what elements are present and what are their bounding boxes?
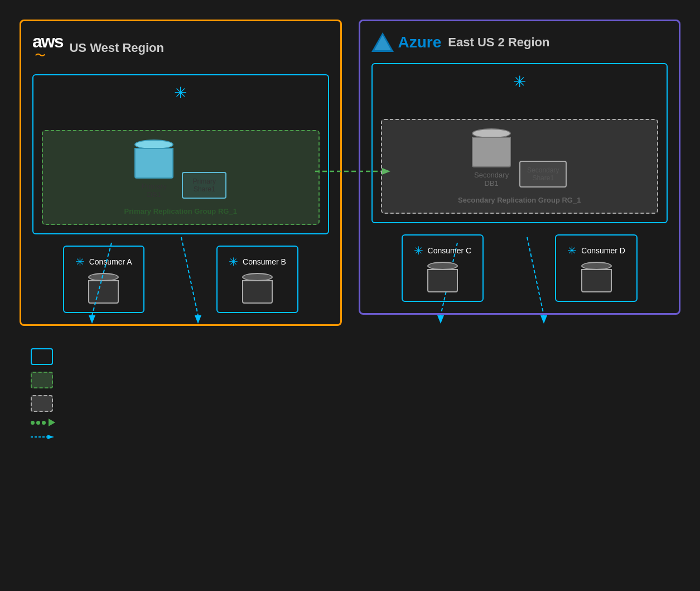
consumer-c-header: ✳ Consumer C	[414, 244, 472, 257]
azure-logo-text: Azure	[398, 33, 442, 51]
consumer-c-db	[427, 262, 458, 292]
secondary-share1-box: SecondaryShare1	[519, 161, 567, 188]
consumer-a-box: ✳ Consumer A	[63, 246, 144, 313]
azure-region-title: East US 2 Region	[448, 35, 549, 50]
aws-region-box: aws 〜 US West Region ✳	[20, 20, 342, 326]
legend-gray-box	[31, 395, 53, 412]
aws-snowflake-icon: ✳	[174, 84, 187, 102]
azure-region-box: Azure East US 2 Region ✳	[359, 20, 681, 315]
consumer-a-db-body	[88, 280, 119, 304]
legend-green-box	[31, 372, 53, 388]
secondary-share1-item: SecondaryShare1	[519, 161, 567, 188]
legend-gray-item	[31, 395, 669, 412]
azure-region-header: Azure East US 2 Region	[371, 32, 668, 52]
consumer-b-db	[242, 273, 273, 304]
aws-region-title: US West Region	[69, 41, 164, 55]
consumer-b-snowflake-icon: ✳	[229, 255, 238, 268]
secondary-db1-cylinder	[472, 128, 511, 167]
azure-consumers-row: ✳ Consumer C ✳ Consumer D	[371, 234, 668, 302]
consumer-d-label: Consumer D	[581, 246, 625, 255]
consumer-c-snowflake-icon: ✳	[414, 244, 423, 257]
dot3	[42, 421, 46, 425]
secondary-db1-body	[472, 137, 511, 167]
aws-consumers-row: ✳ Consumer A ✳ Consumer B	[32, 246, 329, 313]
consumer-d-snowflake-icon: ✳	[567, 244, 577, 257]
legend-green-arrow-item	[31, 419, 669, 426]
consumer-a-db	[88, 273, 119, 304]
primary-db1-cylinder	[134, 140, 173, 179]
azure-logo-icon	[371, 32, 394, 52]
aws-logo: aws 〜	[32, 32, 62, 63]
dot1	[31, 421, 35, 425]
consumer-d-box: ✳ Consumer D	[555, 234, 638, 302]
legend	[20, 343, 680, 446]
primary-db1-item: PrimaryDB1	[134, 140, 173, 199]
consumer-a-snowflake-icon: ✳	[75, 255, 85, 268]
consumer-a-header: ✳ Consumer A	[75, 255, 132, 268]
primary-rg-label: Primary Replication Group RG_1	[51, 207, 310, 215]
secondary-replication-group: SecondaryDB1 SecondaryShare1 Secondary R…	[381, 119, 659, 214]
legend-dashed-arrow	[31, 433, 56, 441]
aws-snowflake-account: ✳ PrimaryDB1	[32, 74, 329, 234]
consumer-b-box: ✳ Consumer B	[216, 246, 298, 313]
aws-region-header: aws 〜 US West Region	[32, 32, 329, 63]
azure-logo: Azure	[371, 32, 442, 52]
legend-green-item	[31, 372, 669, 388]
svg-marker-13	[47, 435, 54, 439]
consumer-c-label: Consumer C	[428, 246, 472, 255]
primary-share1-box: PrimaryShare1	[182, 172, 226, 199]
green-arrow-head	[49, 419, 55, 426]
primary-db1-body	[134, 148, 173, 179]
consumer-d-db	[581, 262, 612, 292]
consumer-b-db-body	[242, 280, 273, 304]
consumer-d-db-body	[581, 269, 612, 292]
azure-snowflake-account: ✳ SecondaryDB1	[371, 63, 668, 223]
secondary-rg-label: Secondary Replication Group RG_1	[390, 196, 649, 204]
legend-green-arrow	[31, 419, 55, 426]
primary-replication-group: PrimaryDB1 PrimaryShare1 Primary Replica…	[42, 130, 320, 225]
legend-dashed-arrow-item	[31, 433, 669, 441]
secondary-db1-item: SecondaryDB1	[472, 128, 511, 188]
consumer-b-label: Consumer B	[243, 257, 286, 266]
primary-share1-item: PrimaryShare1	[182, 172, 226, 199]
secondary-db1-label: SecondaryDB1	[474, 171, 509, 188]
legend-cyan-box	[31, 348, 53, 365]
azure-snowflake-icon: ✳	[513, 73, 526, 91]
aws-arrow-icon: 〜	[35, 48, 46, 63]
dashed-arrow-svg	[31, 433, 56, 441]
consumer-c-db-body	[427, 269, 458, 292]
consumer-c-box: ✳ Consumer C	[402, 234, 484, 302]
primary-db1-label: PrimaryDB1	[142, 182, 167, 199]
dot2	[36, 421, 40, 425]
consumer-a-label: Consumer A	[89, 257, 132, 266]
consumer-d-header: ✳ Consumer D	[567, 244, 625, 257]
legend-cyan-item	[31, 348, 669, 365]
consumer-b-header: ✳ Consumer B	[229, 255, 286, 268]
